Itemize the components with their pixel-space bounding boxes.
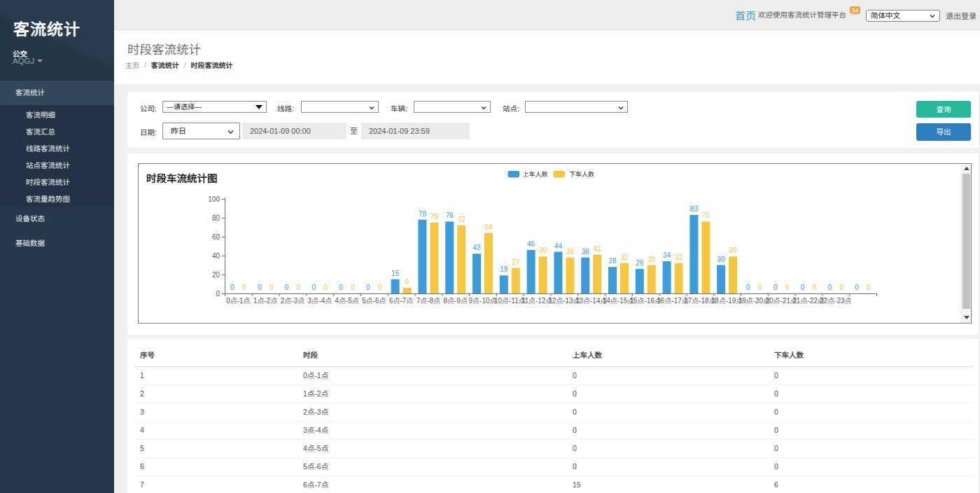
svg-text:5点-6点: 5点-6点 [362, 297, 386, 305]
svg-text:46: 46 [527, 240, 536, 248]
svg-text:20: 20 [212, 271, 220, 279]
svg-text:0: 0 [270, 284, 274, 291]
svg-text:34: 34 [663, 251, 671, 259]
svg-text:38: 38 [582, 248, 590, 256]
svg-text:上车人数: 上车人数 [523, 171, 548, 178]
svg-text:0: 0 [855, 284, 859, 291]
svg-text:41: 41 [594, 245, 602, 253]
svg-text:80: 80 [212, 214, 220, 222]
svg-text:0: 0 [242, 284, 246, 291]
svg-text:32: 32 [675, 254, 683, 261]
svg-text:1点-2点: 1点-2点 [253, 297, 277, 305]
svg-text:39: 39 [539, 246, 547, 254]
svg-text:0: 0 [230, 284, 234, 291]
svg-text:75: 75 [430, 213, 439, 221]
svg-text:4点-5点: 4点-5点 [335, 297, 358, 305]
svg-text:7点-8点: 7点-8点 [416, 297, 440, 305]
svg-text:0: 0 [785, 284, 790, 291]
svg-text:39: 39 [729, 246, 738, 254]
svg-text:30: 30 [718, 256, 726, 263]
svg-text:22点-23点: 22点-23点 [820, 297, 852, 305]
svg-text:0: 0 [774, 284, 778, 291]
svg-text:8点-9点: 8点-9点 [443, 297, 467, 305]
svg-text:27: 27 [512, 258, 520, 266]
svg-text:78: 78 [419, 210, 427, 218]
svg-text:0点-1点: 0点-1点 [226, 297, 250, 305]
svg-text:3点-4点: 3点-4点 [308, 297, 332, 305]
svg-text:0: 0 [366, 284, 370, 291]
svg-text:83: 83 [690, 205, 699, 213]
svg-text:0: 0 [324, 284, 328, 291]
svg-text:32: 32 [620, 254, 629, 261]
svg-text:6: 6 [405, 278, 410, 286]
svg-text:100: 100 [208, 195, 220, 203]
svg-text:40: 40 [212, 252, 220, 260]
svg-text:0: 0 [840, 284, 844, 291]
svg-text:0: 0 [378, 284, 382, 291]
svg-text:64: 64 [484, 223, 493, 231]
svg-text:0: 0 [258, 284, 262, 291]
svg-text:下车人数: 下车人数 [569, 171, 594, 178]
svg-text:72: 72 [458, 216, 466, 223]
svg-text:42: 42 [472, 244, 481, 251]
svg-text:0: 0 [312, 284, 316, 291]
svg-text:44: 44 [554, 242, 563, 250]
svg-text:19: 19 [500, 265, 508, 273]
svg-text:28: 28 [608, 257, 617, 265]
svg-text:0: 0 [339, 284, 343, 291]
svg-text:9点-10点: 9点-10点 [468, 297, 496, 305]
svg-text:0: 0 [813, 284, 817, 291]
svg-text:76: 76 [702, 211, 710, 219]
svg-text:2点-3点: 2点-3点 [281, 297, 304, 305]
svg-text:0: 0 [351, 284, 355, 291]
svg-text:0: 0 [746, 284, 750, 291]
svg-text:76: 76 [446, 211, 454, 219]
svg-text:0: 0 [758, 284, 762, 291]
svg-text:38: 38 [566, 248, 575, 256]
svg-text:26: 26 [636, 259, 644, 267]
svg-text:15: 15 [391, 270, 400, 277]
svg-text:0: 0 [828, 284, 832, 291]
svg-text:30: 30 [648, 256, 656, 263]
svg-text:0: 0 [801, 284, 805, 291]
svg-text:0: 0 [297, 284, 301, 291]
svg-text:0: 0 [285, 284, 289, 291]
svg-text:0: 0 [867, 284, 871, 291]
svg-text:60: 60 [212, 233, 220, 241]
svg-text:6点-7点: 6点-7点 [389, 297, 413, 305]
svg-text:0: 0 [216, 290, 220, 298]
